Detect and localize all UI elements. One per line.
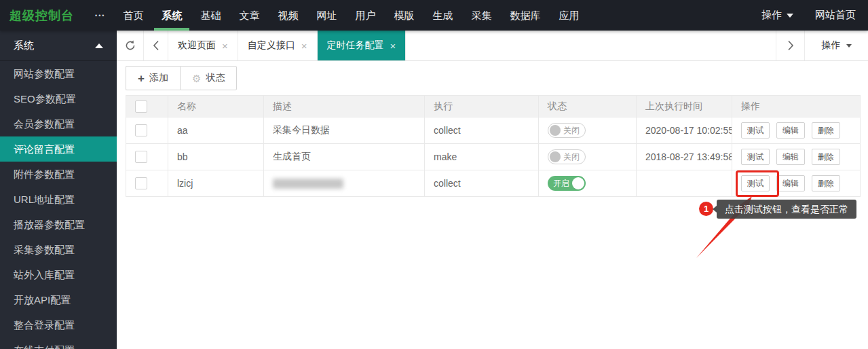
cell-name: aa	[168, 117, 264, 144]
sidebar-item-player-params[interactable]: 播放器参数配置	[0, 212, 117, 237]
cell-description: 采集今日数据	[264, 117, 425, 144]
col-header-description: 描述	[264, 96, 425, 117]
nav-item-generate[interactable]: 生成	[432, 0, 453, 31]
sidebar-item-online-payment[interactable]: 在线支付配置	[0, 337, 117, 349]
test-button-highlighted[interactable]: 测试	[741, 175, 770, 191]
collapse-up-icon	[95, 43, 103, 48]
sidebar-item-site-params[interactable]: 网站参数配置	[0, 61, 117, 86]
sidebar-item-url-config[interactable]: URL地址配置	[0, 187, 117, 212]
navbar-operate-label: 操作	[761, 9, 782, 22]
add-button[interactable]: + 添加	[126, 66, 180, 90]
toggle-knob	[550, 151, 561, 162]
edit-button[interactable]: 编辑	[776, 175, 805, 191]
select-all-checkbox[interactable]	[135, 100, 147, 113]
cell-last-run	[637, 170, 732, 197]
refresh-icon	[124, 39, 136, 52]
tab-welcome-page[interactable]: 欢迎页面 ×	[168, 31, 238, 60]
test-button[interactable]: 测试	[741, 149, 770, 165]
nav-item-home[interactable]: 首页	[123, 0, 143, 31]
col-header-name: 名称	[168, 96, 264, 117]
nav-item-user[interactable]: 用户	[355, 0, 375, 31]
row-checkbox[interactable]	[135, 124, 147, 136]
navbar-operate-dropdown[interactable]: 操作	[761, 9, 793, 22]
status-toggle-on[interactable]: 开启	[548, 176, 586, 191]
cell-description-redacted	[264, 170, 425, 197]
tab-scheduled-tasks[interactable]: 定时任务配置 ×	[318, 31, 407, 60]
toggle-knob	[550, 125, 561, 136]
nav-item-collect[interactable]: 采集	[471, 0, 491, 31]
col-header-execute: 执行	[425, 96, 539, 117]
tab-custom-api[interactable]: 自定义接口 ×	[238, 31, 318, 60]
sidebar-item-attachment-params[interactable]: 附件参数配置	[0, 162, 117, 187]
app-logo: 超级控制台	[0, 7, 95, 24]
close-icon[interactable]: ×	[222, 41, 228, 51]
toggle-label: 开启	[553, 178, 569, 189]
cell-execute: collect	[425, 170, 539, 197]
tasks-table: 名称 描述 执行 状态 上次执行时间 操作 aa 采集今日数据 collect	[126, 95, 861, 197]
nav-item-database[interactable]: 数据库	[510, 0, 540, 31]
tabs-scroll-right-button[interactable]	[776, 31, 804, 60]
toggle-knob	[572, 177, 584, 189]
sidebar-group-system[interactable]: 系统	[0, 31, 117, 61]
refresh-button[interactable]	[117, 31, 144, 60]
tabs-operate-label: 操作	[822, 39, 841, 52]
sidebar-item-integrated-login[interactable]: 整合登录配置	[0, 312, 117, 337]
sidebar-item-member-params[interactable]: 会员参数配置	[0, 111, 117, 136]
nav-item-url[interactable]: 网址	[316, 0, 337, 31]
cell-name: lzicj	[168, 170, 264, 197]
tabbar-spacer	[406, 31, 776, 60]
annotation-step-badge: 1	[699, 202, 713, 216]
delete-button[interactable]: 删除	[812, 149, 840, 165]
delete-button[interactable]: 删除	[812, 175, 840, 191]
toggle-label: 关闭	[563, 125, 580, 136]
nav-item-template[interactable]: 模版	[394, 0, 414, 31]
navbar-right: 操作 网站首页	[761, 9, 868, 22]
chevron-left-icon	[153, 40, 159, 51]
add-button-label: 添加	[149, 72, 168, 84]
nav-item-video[interactable]: 视频	[278, 0, 298, 31]
status-button-label: 状态	[206, 72, 225, 84]
sidebar-item-external-storage[interactable]: 站外入库配置	[0, 262, 117, 287]
tabs-scroll-left-button[interactable]	[144, 31, 168, 60]
sidebar-item-open-api[interactable]: 开放API配置	[0, 287, 117, 312]
nav-item-system[interactable]: 系统	[162, 0, 182, 31]
chevron-right-icon	[787, 40, 794, 51]
site-home-link[interactable]: 网站首页	[815, 9, 856, 22]
cell-description: 生成首页	[264, 144, 425, 170]
status-toggle-off[interactable]: 关闭	[548, 123, 586, 138]
delete-button[interactable]: 删除	[812, 122, 840, 139]
admin-console: 超级控制台 ••• 首页 系统 基础 文章 视频 网址 用户 模版 生成 采集 …	[0, 0, 868, 349]
gear-icon: ⚙	[192, 73, 201, 84]
more-icon[interactable]: •••	[95, 12, 105, 19]
tab-label: 定时任务配置	[327, 39, 384, 52]
tab-label: 自定义接口	[248, 39, 295, 52]
chevron-down-icon	[846, 44, 852, 48]
sidebar-item-comment-config[interactable]: 评论留言配置	[0, 136, 117, 162]
close-icon[interactable]: ×	[390, 41, 396, 51]
nav-item-basic[interactable]: 基础	[200, 0, 221, 31]
edit-button[interactable]: 编辑	[776, 149, 805, 165]
sidebar-item-seo-params[interactable]: SEO参数配置	[0, 86, 117, 111]
plus-icon: +	[138, 73, 145, 84]
tabs-operate-dropdown[interactable]: 操作	[804, 31, 868, 60]
chevron-down-icon	[787, 14, 793, 18]
sidebar-item-collect-params[interactable]: 采集参数配置	[0, 237, 117, 262]
tab-bar: 欢迎页面 × 自定义接口 × 定时任务配置 × 操作	[117, 31, 868, 61]
table-row: lzicj collect 开启 测试 编辑	[126, 170, 861, 197]
edit-button[interactable]: 编辑	[776, 122, 805, 139]
content-panel: + 添加 ⚙ 状态 名称 描述 执行	[117, 61, 868, 349]
navbar-menu: 首页 系统 基础 文章 视频 网址 用户 模版 生成 采集 数据库 应用	[123, 0, 579, 31]
status-toggle-off[interactable]: 关闭	[548, 149, 586, 164]
cell-last-run: 2018-08-27 13:49:58	[637, 144, 732, 170]
nav-item-article[interactable]: 文章	[239, 0, 259, 31]
nav-item-app[interactable]: 应用	[559, 0, 579, 31]
test-button[interactable]: 测试	[741, 122, 770, 139]
cell-execute: collect	[425, 117, 539, 144]
row-checkbox[interactable]	[135, 151, 147, 163]
cell-execute: make	[425, 144, 539, 170]
row-checkbox[interactable]	[135, 177, 147, 189]
cell-name: bb	[168, 144, 264, 170]
close-icon[interactable]: ×	[301, 41, 307, 51]
col-header-status: 状态	[539, 96, 637, 117]
status-button[interactable]: ⚙ 状态	[180, 66, 237, 90]
